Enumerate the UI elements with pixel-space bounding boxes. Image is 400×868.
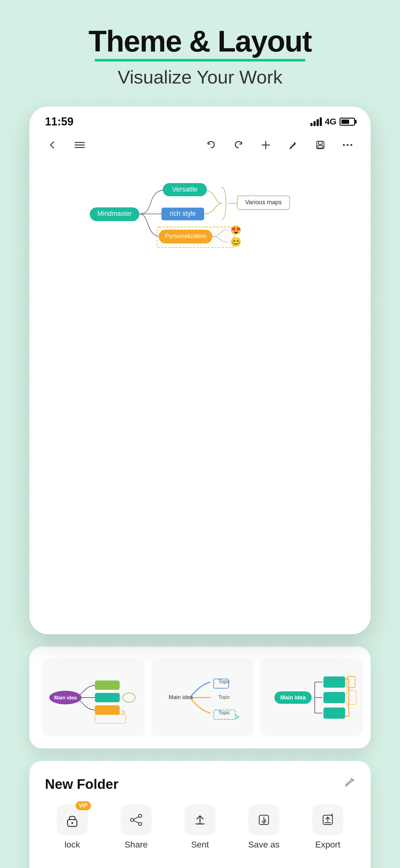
- theme-card-1[interactable]: Main idea: [42, 659, 145, 736]
- menu-header: New Folder: [45, 776, 355, 792]
- svg-rect-44: [324, 692, 345, 703]
- back-button[interactable]: [45, 137, 60, 152]
- export-icon-box: [312, 804, 343, 835]
- phone-mockup: 11:59 4G: [29, 106, 371, 634]
- svg-text:Various maps: Various maps: [245, 199, 281, 206]
- svg-text:Main idea: Main idea: [280, 694, 306, 701]
- svg-text:Main idea: Main idea: [169, 694, 193, 700]
- menu-section: New Folder VIP loc: [29, 761, 371, 868]
- theme-card-2[interactable]: Main idea Topic Topic Topic: [151, 659, 254, 736]
- saveas-label: Save as: [248, 840, 279, 850]
- svg-rect-6: [319, 141, 322, 144]
- svg-point-49: [71, 822, 73, 824]
- lock-label: lock: [65, 840, 80, 850]
- action-item-export[interactable]: Export: [300, 804, 355, 850]
- menu-button[interactable]: [72, 137, 87, 152]
- pen-button[interactable]: [286, 137, 300, 152]
- menu-title: New Folder: [45, 776, 119, 792]
- saveas-icon-box: [248, 804, 279, 835]
- svg-point-52: [131, 818, 134, 822]
- title-underline: [95, 59, 305, 61]
- svg-point-50: [139, 814, 142, 817]
- svg-rect-27: [95, 693, 120, 702]
- svg-rect-45: [324, 708, 345, 719]
- svg-text:Mindmaster: Mindmaster: [97, 210, 132, 217]
- status-icons: 4G: [310, 117, 355, 127]
- action-item-share[interactable]: Share: [109, 804, 163, 850]
- svg-text:😍: 😍: [230, 225, 241, 236]
- svg-line-53: [134, 817, 139, 819]
- svg-rect-30: [95, 715, 126, 723]
- mindmap-area: Mindmaster Versatile rich style Personal…: [29, 159, 371, 277]
- share-label: Share: [125, 840, 148, 850]
- svg-rect-47: [347, 677, 355, 688]
- svg-point-8: [343, 144, 345, 146]
- status-bar: 11:59 4G: [29, 106, 371, 131]
- share-icon-box: [121, 804, 152, 835]
- menu-list-item-page[interactable]: Page: [45, 865, 355, 868]
- redo-button[interactable]: [231, 137, 246, 152]
- svg-line-54: [134, 820, 139, 823]
- svg-text:😊: 😊: [230, 236, 241, 247]
- svg-rect-46: [347, 691, 356, 704]
- svg-rect-7: [318, 146, 323, 148]
- sent-icon-box: [185, 804, 215, 835]
- svg-text:Topic: Topic: [218, 694, 230, 700]
- toolbar: [29, 131, 371, 159]
- svg-point-9: [347, 144, 348, 146]
- theme-cards-section: Main idea: [29, 647, 371, 748]
- svg-text:Topic: Topic: [218, 710, 230, 715]
- action-item-saveas[interactable]: Save as: [237, 804, 291, 850]
- page-title: Theme & Layout: [89, 25, 312, 58]
- signal-bar-4: [320, 117, 322, 126]
- page-wrapper: Theme & Layout Visualize Your Work 11:59…: [0, 0, 400, 868]
- undo-button[interactable]: [204, 137, 219, 152]
- svg-point-51: [139, 823, 142, 826]
- action-row: VIP lock: [45, 804, 355, 850]
- svg-rect-43: [324, 677, 345, 688]
- svg-rect-29: [95, 705, 120, 715]
- signal-bars: [310, 117, 322, 126]
- svg-text:Personalization: Personalization: [165, 232, 206, 239]
- export-label: Export: [315, 840, 340, 850]
- add-button[interactable]: [258, 137, 273, 152]
- svg-point-28: [123, 693, 135, 702]
- signal-bar-2: [313, 121, 316, 126]
- lock-icon-box: VIP: [57, 804, 88, 835]
- edit-icon[interactable]: [344, 777, 355, 791]
- signal-bar-3: [316, 119, 319, 126]
- svg-point-10: [351, 144, 352, 146]
- battery-icon: [339, 118, 355, 126]
- more-button[interactable]: [340, 137, 355, 152]
- network-type: 4G: [325, 117, 336, 127]
- theme-card-3[interactable]: Main idea: [260, 659, 363, 736]
- svg-text:Main idea: Main idea: [54, 695, 77, 700]
- vip-badge: VIP: [76, 801, 91, 810]
- svg-text:rich style: rich style: [170, 210, 196, 217]
- action-item-lock[interactable]: VIP lock: [45, 804, 100, 850]
- mindmap-svg: Mindmaster Versatile rich style Personal…: [45, 165, 355, 264]
- status-time: 11:59: [45, 115, 73, 128]
- sent-label: Sent: [191, 840, 209, 850]
- header: Theme & Layout Visualize Your Work: [89, 25, 312, 88]
- save-button[interactable]: [313, 137, 328, 152]
- page-subtitle: Visualize Your Work: [89, 66, 312, 88]
- battery-fill: [341, 120, 349, 124]
- action-item-sent[interactable]: Sent: [173, 804, 227, 850]
- signal-bar-1: [310, 123, 312, 126]
- svg-rect-26: [95, 681, 120, 690]
- svg-text:Versatile: Versatile: [172, 186, 198, 193]
